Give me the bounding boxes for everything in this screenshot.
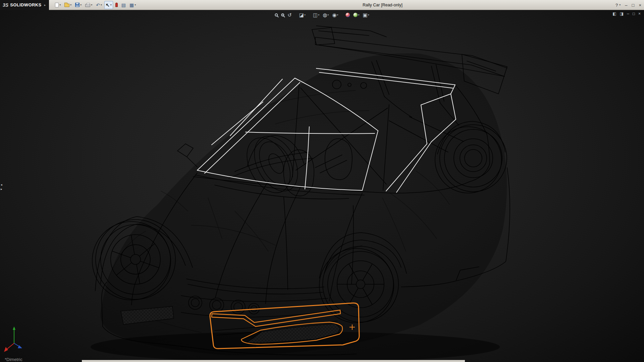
display-style-icon: ◍ <box>323 12 327 17</box>
expand-tree-arrow-icon[interactable]: ▸ <box>0 187 3 191</box>
hide-show-items-icon: ◉ <box>332 12 336 17</box>
select-tool-button[interactable]: ↖ ▾ <box>104 1 113 9</box>
pane-right-icon[interactable]: ◨ <box>620 12 624 16</box>
close-window-button[interactable]: × <box>639 3 641 7</box>
view-settings-button[interactable]: ▣ ▾ <box>362 12 371 18</box>
section-view-button[interactable]: ◪ ▾ <box>298 12 307 18</box>
close-document-button[interactable]: × <box>638 12 641 16</box>
view-settings-icon: ▣ <box>363 12 368 17</box>
status-bar-fragment <box>82 360 465 362</box>
chevron-down-icon[interactable]: ▾ <box>318 13 319 16</box>
chevron-down-icon[interactable]: ▾ <box>91 3 92 6</box>
sheet-icon: ▦ <box>129 3 134 7</box>
print-button[interactable]: ▾ <box>84 1 94 9</box>
model-wireframe-rally-car[interactable] <box>0 10 644 362</box>
design-table-button[interactable]: ▤ <box>120 1 127 9</box>
document-window-controls: ◧ ◨ – □ × <box>612 12 641 16</box>
chevron-down-icon[interactable]: ▾ <box>135 3 136 6</box>
apply-scene-button[interactable]: ▾ <box>352 12 361 18</box>
save-disk-icon <box>75 3 79 7</box>
zoom-to-fit-button[interactable] <box>273 13 279 17</box>
chevron-down-icon[interactable]: ▾ <box>110 3 112 6</box>
title-bar: 3S SOLIDWORKS ▸ ▾ ▾ ▾ ▾ ↶ ▾ ↖ ▾ <box>0 0 644 10</box>
feature-tree-flyout: ◂ ▸ <box>0 183 3 191</box>
table-icon: ▤ <box>121 3 126 7</box>
graphics-viewport[interactable]: ↺ ◪ ▾ ◫ ▾ ◍ ▾ ◉ ▾ ▾ ▣ ▾ ◧ ◨ <box>0 10 644 362</box>
pane-left-icon[interactable]: ◧ <box>612 12 616 16</box>
zoom-to-area-button[interactable] <box>280 13 285 17</box>
select-cursor-icon: ↖ <box>106 3 110 7</box>
chevron-down-icon[interactable]: ▾ <box>59 3 61 6</box>
undo-button[interactable]: ↶ ▾ <box>95 1 103 9</box>
solidworks-logo[interactable]: 3S SOLIDWORKS ▸ <box>0 0 49 10</box>
hide-show-items-button[interactable]: ◉ ▾ <box>331 12 339 18</box>
standard-toolbar: ▾ ▾ ▾ ▾ ↶ ▾ ↖ ▾ ▤ ▦ ▾ <box>54 1 137 9</box>
heads-up-view-toolbar: ↺ ◪ ▾ ◫ ▾ ◍ ▾ ◉ ▾ ▾ ▣ ▾ <box>273 12 370 18</box>
apply-scene-icon <box>353 13 358 17</box>
previous-view-button[interactable]: ↺ <box>286 12 293 18</box>
edit-appearance-icon <box>345 13 350 17</box>
display-style-button[interactable]: ◍ ▾ <box>321 12 330 18</box>
chevron-down-icon[interactable]: ▾ <box>368 13 369 16</box>
reference-triad <box>3 326 26 353</box>
component-tool-button[interactable] <box>114 1 119 9</box>
document-title: Rally Car [Read-only] <box>363 3 402 7</box>
collapse-tree-arrow-icon[interactable]: ◂ <box>0 183 3 187</box>
edit-appearance-button[interactable] <box>344 12 351 18</box>
section-view-icon: ◪ <box>299 12 304 17</box>
brand-mark: 3S <box>3 2 8 8</box>
component-icon <box>115 3 118 7</box>
previous-view-icon: ↺ <box>287 12 292 17</box>
undo-icon: ↶ <box>96 3 100 7</box>
menu-expand-arrow-icon[interactable]: ▸ <box>44 3 46 7</box>
minimize-window-button[interactable]: – <box>625 3 627 7</box>
view-orientation-button[interactable]: ◫ ▾ <box>312 12 321 18</box>
chevron-down-icon[interactable]: ▾ <box>337 13 338 16</box>
save-button[interactable]: ▾ <box>74 1 83 9</box>
open-folder-icon <box>64 4 69 7</box>
chevron-down-icon[interactable]: ▾ <box>619 4 621 6</box>
zoom-to-area-icon <box>281 13 284 16</box>
restore-document-button[interactable]: □ <box>633 12 635 16</box>
help-button[interactable]: ? <box>615 3 618 7</box>
chevron-down-icon[interactable]: ▾ <box>101 3 102 6</box>
sheet-format-button[interactable]: ▦ ▾ <box>128 1 137 9</box>
chevron-down-icon[interactable]: ▾ <box>80 3 82 6</box>
view-orientation-label: *Dimetric <box>5 357 22 362</box>
chevron-down-icon[interactable]: ▾ <box>304 13 306 16</box>
printer-icon <box>85 4 90 7</box>
chevron-down-icon[interactable]: ▾ <box>70 3 71 6</box>
new-document-button[interactable]: ▾ <box>54 1 62 9</box>
window-controls: ? ▾ – □ × <box>615 0 641 10</box>
zoom-to-fit-icon <box>275 13 278 16</box>
open-document-button[interactable]: ▾ <box>63 1 73 9</box>
brand-name: SOLIDWORKS <box>10 2 42 7</box>
maximize-window-button[interactable]: □ <box>632 3 635 7</box>
minimize-document-button[interactable]: – <box>627 12 629 16</box>
chevron-down-icon[interactable]: ▾ <box>358 13 359 16</box>
new-document-icon <box>55 3 59 7</box>
chevron-down-icon[interactable]: ▾ <box>327 13 329 16</box>
view-orientation-icon: ◫ <box>313 12 318 17</box>
